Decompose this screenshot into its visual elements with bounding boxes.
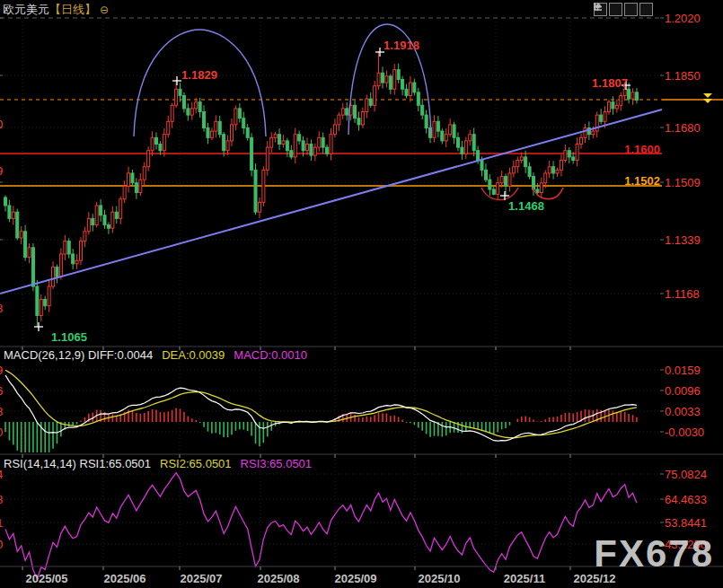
price-left-clipped-label: 9 [0,164,3,178]
candle-body [270,137,273,147]
candle-body [484,170,487,180]
price-axis-label: 1.1339 [665,233,701,247]
candle-body [405,89,408,95]
candle-body [456,137,459,147]
candle-body [445,135,447,141]
price-axis-label: 1.1509 [665,176,701,189]
candle-body [508,173,511,186]
candle-body [623,89,626,95]
candle-body [230,125,233,141]
rsi1-label: RSI(14,14,14) RSI1:65.0501 [4,457,151,470]
candle-body [417,92,419,105]
chart-window: 欧元美元【日线】⊖ MACD(26,12,9) DIFF:0.0044DEA:0… [0,0,723,588]
candle-body [95,206,98,225]
candle-body [389,76,392,89]
candle-body [100,206,102,215]
candle-body [28,248,31,258]
macd-dea-line [5,370,637,437]
candle-body [151,137,154,150]
candle-body [290,151,293,157]
candle-body [556,170,559,173]
price-axis-label: 1.1680 [665,121,701,135]
candle-body [87,218,90,231]
x-axis-month-label: 2025/07 [181,572,223,585]
period-label: 【日线】 [49,3,96,16]
candle-body [163,135,165,151]
rsi3-label: RSI3:65.0501 [241,457,313,470]
fx678-watermark: FX678 [594,532,714,575]
candle-body [361,111,364,124]
candle-body [84,232,86,241]
candle-body [40,299,42,315]
candle-body [600,115,603,121]
price-annotation-1.1600: 1.1600 [624,143,660,156]
candle-body [210,131,213,137]
macd-diff-line [5,375,637,441]
macd-axis-label: 0.0096 [665,384,701,398]
candle-body [123,186,126,198]
candle-body [520,157,523,161]
candle-body [528,167,531,177]
candle-body [56,267,58,276]
price-annotation-1.1468: 1.1468 [508,199,544,213]
candle-body [433,121,436,137]
candle-body [512,167,515,173]
candle-body [223,135,225,151]
candle-body [167,121,170,134]
candle-body [154,137,157,144]
candle-body [31,248,34,286]
candle-body [75,260,78,264]
candle-body [341,109,344,115]
candle-body [318,137,321,147]
candle-body [238,109,241,118]
candle-body [346,109,348,115]
candle-body [631,92,634,99]
pan-axis-icon[interactable] [624,3,638,16]
candle-body [548,167,551,173]
candle-body [159,145,162,151]
candle-body [381,73,384,83]
candle-body [135,183,137,193]
candle-body [516,161,519,167]
candle-body [401,79,404,89]
dome-arc-drawing [134,30,266,136]
candle-body [544,173,547,183]
x-axis-month-label: 2025/10 [419,572,461,585]
rsi2-label: RSI2:65.0501 [160,457,232,470]
candle-body [298,135,301,141]
price-axis-label: 1.2020 [665,12,701,25]
candle-body [12,212,14,218]
double-bottom-arc [481,188,518,200]
candle-body [436,121,439,131]
candle-body [477,151,480,161]
candle-body [635,92,638,101]
x-axis-month-label: 2025/11 [504,572,545,585]
price-annotation-1.1502: 1.1502 [624,174,660,188]
candle-body [369,99,372,105]
macd-label-row: MACD(26,12,9) DIFF:0.0044DEA:0.0039MACD:… [4,348,316,362]
macd-left-clipped-label: 8 [0,405,3,418]
exit-chart-icon[interactable] [639,3,653,16]
candle-body [215,121,217,131]
candle-body [254,170,257,212]
scale-axis-icon[interactable] [609,3,622,16]
candle-body [266,147,269,170]
macd-axis-label: 0.0159 [665,364,701,377]
x-axis-month-label: 2025/05 [26,572,68,585]
candle-body [607,102,610,112]
candle-body [310,145,313,156]
candle-body [282,141,285,145]
candle-body [44,299,47,305]
candle-body [313,147,316,155]
rsi-left-clipped-label: 0 [0,538,3,551]
candle-body [397,70,400,80]
candle-body [425,115,428,127]
candle-body [413,83,416,92]
candle-body [251,137,253,170]
candle-body [612,102,614,109]
candle-body [377,73,380,85]
price-left-clipped-label: 0 [0,118,3,131]
candle-body [131,173,134,183]
zoom-out-icon[interactable]: ⊖ [100,4,109,16]
candle-body [500,177,503,183]
